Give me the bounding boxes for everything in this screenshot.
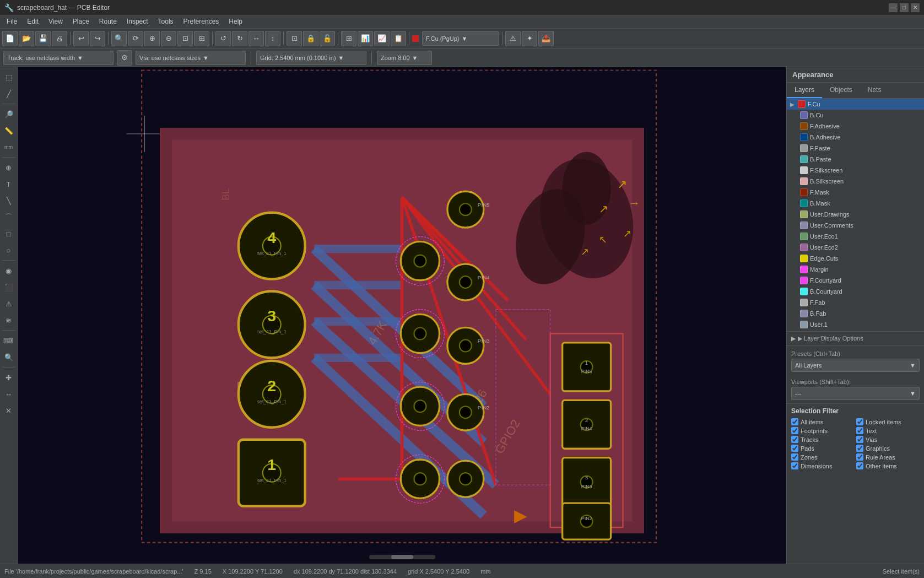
- add-rect-tool[interactable]: □: [1, 226, 17, 241]
- layer-item-fpaste[interactable]: F.Paste: [787, 143, 924, 154]
- grid-dropdown[interactable]: Grid: 2.5400 mm (0.1000 in) ▼: [256, 51, 366, 65]
- window-controls[interactable]: — □ ✕: [889, 3, 920, 12]
- layer-item-bpaste[interactable]: B.Paste: [787, 154, 924, 165]
- viewports-dropdown[interactable]: --- ▼: [791, 387, 920, 400]
- menu-file[interactable]: File: [2, 17, 21, 27]
- layer-item-ucomments[interactable]: User.Comments: [787, 220, 924, 231]
- flip-button[interactable]: ↕: [265, 31, 280, 46]
- menu-tools[interactable]: Tools: [154, 17, 178, 27]
- mm-tool[interactable]: mm: [1, 139, 17, 155]
- layer-item-bmask[interactable]: B.Mask: [787, 198, 924, 209]
- grid-button[interactable]: ⊞: [341, 31, 356, 46]
- menu-preferences[interactable]: Preferences: [179, 17, 224, 27]
- layer-item-fadhesive[interactable]: F.Adhesive: [787, 121, 924, 132]
- design-rules-button[interactable]: 📋: [391, 31, 406, 46]
- sf-tracks-checkbox[interactable]: [791, 436, 798, 443]
- layer-item-fcourtyard[interactable]: F.Courtyard: [787, 275, 924, 286]
- menu-help[interactable]: Help: [224, 17, 247, 27]
- select-button[interactable]: ⊡: [287, 31, 302, 46]
- calibrate-tool[interactable]: ✕: [1, 403, 17, 418]
- rotate-cw-button[interactable]: ↻: [232, 31, 247, 46]
- measure-tool[interactable]: 📏: [1, 123, 17, 138]
- zoom-fit-button[interactable]: ⊡: [177, 31, 193, 46]
- net-highlight-button[interactable]: ✦: [522, 31, 537, 46]
- layer-item-ffab[interactable]: F.Fab: [787, 297, 924, 308]
- print-button[interactable]: 🖨: [52, 31, 67, 46]
- sf-locked-items-checkbox[interactable]: [856, 418, 863, 425]
- track-width-dropdown[interactable]: Track: use netclass width ▼: [3, 51, 114, 65]
- unlock-button[interactable]: 🔓: [320, 31, 335, 46]
- tab-nets[interactable]: Nets: [860, 83, 889, 98]
- undo-button[interactable]: ↩: [73, 31, 89, 46]
- net-inspector-button[interactable]: 📊: [358, 31, 373, 46]
- sf-zones-checkbox[interactable]: [791, 453, 798, 461]
- tab-objects[interactable]: Objects: [822, 83, 860, 98]
- add-footprint-tool[interactable]: ⊕: [1, 160, 17, 175]
- layer-item-edgecuts[interactable]: Edge.Cuts: [787, 253, 924, 264]
- zoom-in-button[interactable]: ⊕: [144, 31, 160, 46]
- layer-item-udrawings[interactable]: User.Drawings: [787, 209, 924, 220]
- sf-pads-checkbox[interactable]: [791, 445, 798, 452]
- select-tool[interactable]: ⬚: [1, 69, 17, 85]
- add-via-tool[interactable]: ◉: [1, 263, 17, 278]
- layer-item-bsilk[interactable]: B.Silkscreen: [787, 176, 924, 187]
- sf-text-checkbox[interactable]: [856, 427, 863, 434]
- find-button[interactable]: 🔍: [111, 31, 127, 46]
- minimize-button[interactable]: —: [889, 3, 898, 12]
- layer-item-bcu[interactable]: B.Cu: [787, 110, 924, 121]
- via-size-dropdown[interactable]: Via: use netclass sizes ▼: [136, 51, 246, 65]
- add-text-tool[interactable]: T: [1, 176, 17, 192]
- zoom-area-button[interactable]: ⊞: [194, 31, 209, 46]
- add-circle-tool[interactable]: ○: [1, 242, 17, 258]
- layer-item-user1[interactable]: User.1: [787, 319, 924, 330]
- sf-rule-areas-checkbox[interactable]: [856, 453, 863, 461]
- presets-dropdown[interactable]: All Layers ▼: [791, 359, 920, 372]
- menu-edit[interactable]: Edit: [23, 17, 43, 27]
- scripting-console[interactable]: ⌨: [1, 333, 17, 348]
- scrollbar-thumb[interactable]: [391, 555, 413, 559]
- tab-layers[interactable]: Layers: [787, 83, 822, 98]
- layer-item-ueco2[interactable]: User.Eco2: [787, 242, 924, 253]
- add-arc-tool[interactable]: ⌒: [1, 209, 17, 225]
- sf-vias-checkbox[interactable]: [856, 436, 863, 443]
- layer-display-options[interactable]: ▶ ▶ Layer Display Options: [787, 333, 924, 344]
- maximize-button[interactable]: □: [900, 3, 909, 12]
- layer-item-ueco1[interactable]: User.Eco1: [787, 231, 924, 242]
- close-button[interactable]: ✕: [911, 3, 920, 12]
- drc-button[interactable]: ⚠: [505, 31, 521, 46]
- save-button[interactable]: 💾: [35, 31, 51, 46]
- refresh-button[interactable]: ⟳: [128, 31, 143, 46]
- canvas-area[interactable]: BL BR FR FL 4.7K GPIO26 GPIO2 4 set_J1_P…: [18, 67, 786, 564]
- sf-all-items-checkbox[interactable]: [791, 418, 798, 425]
- layer-selector[interactable]: F.Cu (PgUp) ▼: [422, 31, 499, 46]
- layer-item-margin[interactable]: Margin: [787, 264, 924, 275]
- layer-item-bfab[interactable]: B.Fab: [787, 308, 924, 319]
- sf-other-items-checkbox[interactable]: [856, 462, 863, 469]
- horizontal-scrollbar[interactable]: [369, 555, 435, 559]
- add-zone-tool[interactable]: ⬛: [1, 279, 17, 295]
- interactive-router[interactable]: ≋: [1, 312, 17, 328]
- layer-item-badhesive[interactable]: B.Adhesive: [787, 132, 924, 143]
- drc-tool[interactable]: ⚠: [1, 296, 17, 311]
- layer-item-bcourtyard[interactable]: B.Courtyard: [787, 286, 924, 297]
- export-button[interactable]: 📤: [538, 31, 554, 46]
- measure-distance[interactable]: ↔: [1, 386, 17, 402]
- add-line-tool[interactable]: ╲: [1, 193, 17, 208]
- mirror-button[interactable]: ↔: [248, 31, 264, 46]
- route-tool[interactable]: ╱: [1, 86, 17, 101]
- sf-dimensions-checkbox[interactable]: [791, 462, 798, 469]
- open-button[interactable]: 📂: [19, 31, 34, 46]
- lock-button[interactable]: 🔒: [303, 31, 318, 46]
- add-button-tool[interactable]: ✚: [1, 370, 17, 385]
- redo-button[interactable]: ↪: [90, 31, 105, 46]
- menu-place[interactable]: Place: [68, 17, 94, 27]
- menu-view[interactable]: View: [44, 17, 67, 27]
- layer-item-fsilk[interactable]: F.Silkscreen: [787, 165, 924, 176]
- board-stats-button[interactable]: 📈: [374, 31, 390, 46]
- menu-route[interactable]: Route: [95, 17, 121, 27]
- search-tool[interactable]: 🔍: [1, 349, 17, 365]
- inspect-tool[interactable]: 🔎: [1, 106, 17, 122]
- sf-graphics-checkbox[interactable]: [856, 445, 863, 452]
- track-settings-button[interactable]: ⚙: [117, 50, 132, 66]
- menu-inspect[interactable]: Inspect: [122, 17, 153, 27]
